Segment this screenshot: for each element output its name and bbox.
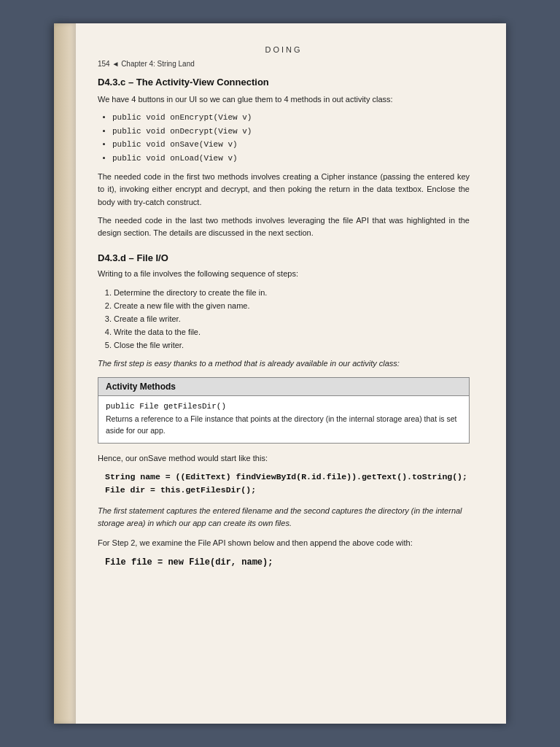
step2-code: File file = new File(dir, name); <box>105 555 470 570</box>
step-2: Create a new file with the given name. <box>114 299 470 312</box>
doing-label: DOING <box>265 45 302 54</box>
methods-list: public void onEncrypt(View v) public voi… <box>112 112 470 165</box>
method-4: public void onLoad(View v) <box>112 152 470 166</box>
onsave-line1: String name = ((EditText) findViewById(R… <box>105 471 470 484</box>
step-3: Create a file writer. <box>114 312 470 325</box>
api-method: public File getFilesDir() <box>106 402 462 411</box>
step-1: Determine the directory to create the fi… <box>114 286 470 299</box>
section-d-intro: Writing to a file involves the following… <box>98 268 470 280</box>
book-page: DOING 154 ◄ Chapter 4: String Land D4.3.… <box>54 23 506 724</box>
first-step-text: The first step is easy thanks to a metho… <box>98 357 470 370</box>
step-5: Close the file writer. <box>114 338 470 352</box>
onsave-code: String name = ((EditText) findViewById(R… <box>105 471 470 498</box>
section-c-title: D4.3.c – The Activity-View Connection <box>98 77 470 88</box>
api-description: Returns a reference to a File instance t… <box>106 414 462 437</box>
method-1: public void onEncrypt(View v) <box>112 112 470 125</box>
api-box-body: public File getFilesDir() Returns a refe… <box>98 396 469 443</box>
api-box: Activity Methods public File getFilesDir… <box>98 377 470 444</box>
section-d-title: D4.3.d – File I/O <box>98 252 470 263</box>
api-box-header: Activity Methods <box>98 378 469 396</box>
step2-intro: For Step 2, we examine the File API show… <box>98 537 470 549</box>
onsave-intro: Hence, our onSave method would start lik… <box>98 452 470 465</box>
explanation-text: The first statement captures the entered… <box>98 505 470 530</box>
method-3: public void onSave(View v) <box>112 139 470 152</box>
step-4: Write the data to the file. <box>114 325 470 338</box>
section-c-para2: The needed code in the last two methods … <box>98 214 470 239</box>
chapter-line: 154 ◄ Chapter 4: String Land <box>98 60 470 68</box>
section-c-para1: The needed code in the first two methods… <box>98 171 470 208</box>
onsave-line2: File dir = this.getFilesDir(); <box>105 484 470 497</box>
page-header: DOING <box>98 45 470 54</box>
method-2: public void onDecrypt(View v) <box>112 125 470 139</box>
step2-code-line: File file = new File(dir, name); <box>105 555 470 570</box>
section-c-intro: We have 4 buttons in our UI so we can gl… <box>98 93 470 106</box>
steps-list: Determine the directory to create the fi… <box>114 286 470 352</box>
